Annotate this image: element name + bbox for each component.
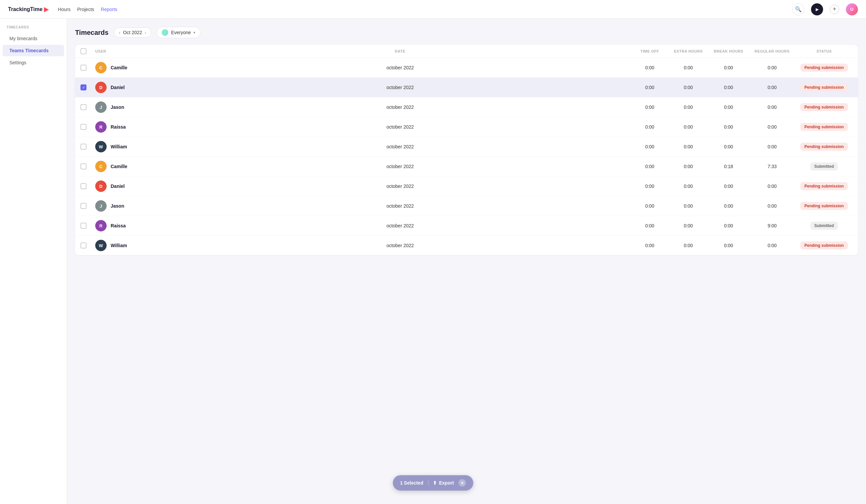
table-row[interactable]: W William october 2022 0:00 0:00 0:00 0:…	[75, 236, 858, 255]
nav-projects[interactable]: Projects	[77, 7, 94, 12]
table-row[interactable]: W William october 2022 0:00 0:00 0:00 0:…	[75, 137, 858, 157]
header-checkbox[interactable]	[80, 48, 95, 54]
row-regular: 7:33	[749, 164, 796, 169]
sidebar-item-my-timecards[interactable]: My timecards	[3, 33, 64, 44]
row-checkbox[interactable]: ✓	[80, 84, 87, 90]
status-badge: Pending submission	[800, 103, 847, 111]
sidebar-section-label: Timecards	[0, 25, 67, 33]
filter-icon	[162, 29, 168, 36]
topnav: TrackingTime ▶ Hours Projects Reports 🔍 …	[0, 0, 866, 19]
user-cell: C Camille	[95, 161, 169, 172]
row-timeoff: 0:00	[631, 104, 668, 110]
avatar: W	[95, 141, 107, 152]
row-checkbox[interactable]	[80, 124, 87, 130]
user-name: Daniel	[111, 184, 125, 189]
table-row[interactable]: R Raissa october 2022 0:00 0:00 0:00 0:0…	[75, 117, 858, 137]
row-break: 0:00	[708, 223, 749, 228]
row-regular: 0:00	[749, 65, 796, 70]
table-row[interactable]: ✓ D Daniel october 2022 0:00 0:00 0:00 0…	[75, 78, 858, 98]
avatar: C	[95, 161, 107, 172]
row-checkbox[interactable]	[80, 223, 87, 229]
row-break: 0:00	[708, 124, 749, 129]
filter-label: Everyone	[171, 30, 191, 35]
row-break: 0:18	[708, 164, 749, 169]
row-status: Pending submission	[796, 143, 853, 151]
play-timer-button[interactable]: ▶	[811, 3, 823, 15]
sidebar-item-settings[interactable]: Settings	[3, 57, 64, 68]
sidebar-item-teams-timecards[interactable]: Teams Timecards	[3, 45, 64, 56]
user-name: Jason	[111, 104, 124, 110]
prev-month-arrow[interactable]: ‹	[119, 30, 120, 35]
next-month-arrow[interactable]: ›	[145, 30, 146, 35]
timecards-title: Timecards	[75, 29, 109, 36]
month-nav[interactable]: ‹ Oct 2022 ›	[114, 27, 152, 37]
row-break: 0:00	[708, 65, 749, 70]
table-row[interactable]: J Jason october 2022 0:00 0:00 0:00 0:00…	[75, 196, 858, 216]
table-row[interactable]: J Jason october 2022 0:00 0:00 0:00 0:00…	[75, 98, 858, 117]
selection-bar: 1 Selected ⬆ Export ×	[392, 475, 474, 491]
row-break: 0:00	[708, 104, 749, 110]
row-extra: 0:00	[668, 144, 708, 149]
current-month: Oct 2022	[123, 30, 142, 35]
row-date: october 2022	[169, 223, 631, 228]
row-extra: 0:00	[668, 104, 708, 110]
user-cell: R Raissa	[95, 121, 169, 133]
row-date: october 2022	[169, 65, 631, 70]
add-button[interactable]: +	[830, 5, 839, 14]
table-row[interactable]: R Raissa october 2022 0:00 0:00 0:00 9:0…	[75, 216, 858, 236]
row-regular: 9:00	[749, 223, 796, 228]
row-status: Pending submission	[796, 103, 853, 111]
row-checkbox[interactable]	[80, 242, 87, 249]
col-regular: REGULAR HOURS	[749, 48, 796, 54]
row-status: Pending submission	[796, 202, 853, 210]
row-checkbox[interactable]	[80, 203, 87, 209]
row-timeoff: 0:00	[631, 85, 668, 90]
nav-hours[interactable]: Hours	[58, 7, 70, 12]
row-date: october 2022	[169, 144, 631, 149]
row-timeoff: 0:00	[631, 203, 668, 209]
row-checkbox[interactable]	[80, 144, 87, 150]
close-bar-button[interactable]: ×	[459, 479, 466, 486]
status-badge: Pending submission	[800, 64, 847, 72]
row-break: 0:00	[708, 203, 749, 209]
row-regular: 0:00	[749, 144, 796, 149]
selected-count: 1 Selected	[400, 480, 423, 485]
status-badge: Pending submission	[800, 182, 847, 190]
user-name: William	[111, 144, 127, 149]
nav-reports[interactable]: Reports	[101, 7, 117, 12]
row-status: Submitted	[796, 222, 853, 230]
col-date: DATE	[169, 48, 631, 54]
row-checkbox[interactable]	[80, 183, 87, 189]
filter-everyone[interactable]: Everyone ▾	[157, 27, 200, 38]
table-row[interactable]: C Camille october 2022 0:00 0:00 0:18 7:…	[75, 157, 858, 176]
user-avatar[interactable]: U	[846, 3, 858, 15]
avatar: R	[95, 220, 107, 231]
export-button[interactable]: ⬆ Export	[433, 480, 454, 485]
row-date: october 2022	[169, 104, 631, 110]
status-badge: Submitted	[810, 222, 838, 230]
row-checkbox[interactable]	[80, 65, 87, 71]
table-row[interactable]: C Camille october 2022 0:00 0:00 0:00 0:…	[75, 58, 858, 78]
logo[interactable]: TrackingTime ▶	[8, 6, 48, 13]
main-page: Timecards ‹ Oct 2022 › Everyone ▾	[67, 19, 866, 504]
row-timeoff: 0:00	[631, 184, 668, 189]
user-cell: W William	[95, 141, 169, 152]
search-button[interactable]: 🔍	[792, 3, 804, 15]
row-regular: 0:00	[749, 243, 796, 248]
export-icon: ⬆	[433, 480, 437, 485]
avatar: D	[95, 181, 107, 192]
row-break: 0:00	[708, 184, 749, 189]
row-timeoff: 0:00	[631, 243, 668, 248]
user-name: Jason	[111, 203, 124, 209]
avatar: W	[95, 240, 107, 251]
row-break: 0:00	[708, 85, 749, 90]
row-status: Pending submission	[796, 241, 853, 250]
row-date: october 2022	[169, 124, 631, 129]
user-name: Raissa	[111, 223, 126, 228]
row-date: october 2022	[169, 243, 631, 248]
avatar: D	[95, 82, 107, 93]
row-checkbox[interactable]	[80, 163, 87, 170]
sidebar: Timecards My timecards Teams Timecards S…	[0, 19, 67, 504]
row-checkbox[interactable]	[80, 104, 87, 110]
table-row[interactable]: D Daniel october 2022 0:00 0:00 0:00 0:0…	[75, 176, 858, 196]
